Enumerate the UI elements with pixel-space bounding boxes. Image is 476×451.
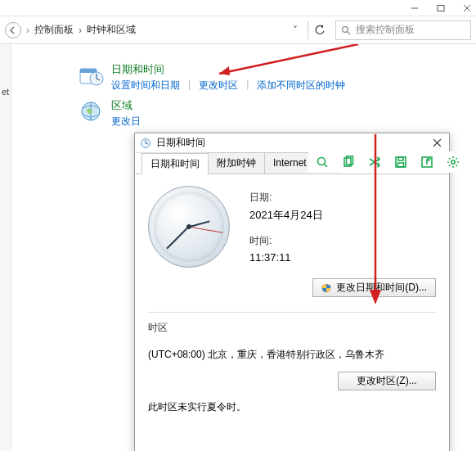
datetime-dialog: 日期和时间 日期和时间 附加时钟 Internet 时间 日期: 2021年4月… — [134, 133, 450, 451]
refresh-icon — [314, 25, 326, 36]
chevron-right-icon: › — [26, 25, 29, 36]
tool-copy-icon[interactable] — [341, 155, 356, 169]
svg-rect-22 — [398, 157, 403, 160]
uac-shield-icon — [321, 283, 331, 293]
tab-additional-clocks[interactable]: 附加时钟 — [208, 152, 265, 174]
breadcrumb-seg-0[interactable]: 控制面板 — [34, 23, 74, 37]
dialog-title: 日期和时间 — [156, 136, 424, 150]
tool-settings-icon[interactable] — [446, 155, 460, 169]
search-placeholder: 搜索控制面板 — [356, 23, 415, 37]
category-region-title[interactable]: 区域 — [111, 98, 141, 113]
dst-note: 此时区未实行夏令时。 — [148, 400, 436, 414]
svg-point-4 — [343, 26, 348, 32]
date-label: 日期: — [249, 191, 323, 205]
change-timezone-button[interactable]: 更改时区(Z)... — [338, 372, 436, 390]
left-rail-text: et — [0, 44, 11, 97]
change-datetime-button-label: 更改日期和时间(D)... — [336, 281, 427, 295]
globe-icon — [79, 98, 105, 124]
analog-clock — [148, 186, 230, 268]
content-area: et 日期和时间 设置时间和日期 | 更改时区 | 添加不同时区的时钟 — [0, 44, 476, 451]
address-bar: › 控制面板 › 时钟和区域 ˅ 搜索控制面板 — [0, 16, 476, 44]
link-set-datetime[interactable]: 设置时间和日期 — [111, 79, 180, 92]
window-maximize-button[interactable] — [435, 2, 447, 14]
svg-point-17 — [318, 158, 326, 165]
breadcrumb[interactable]: 控制面板 › 时钟和区域 — [34, 23, 283, 37]
tool-magnify-icon[interactable] — [315, 155, 330, 169]
search-input[interactable]: 搜索控制面板 — [335, 20, 471, 40]
address-dropdown[interactable]: ˅ — [288, 25, 303, 36]
timezone-value: (UTC+08:00) 北京，重庆，香港特别行政区，乌鲁木齐 — [148, 348, 436, 362]
tool-shuffle-icon[interactable] — [367, 155, 382, 169]
window-titlebar — [0, 0, 476, 16]
back-button[interactable] — [5, 22, 21, 38]
back-arrow-icon — [9, 26, 17, 34]
tool-save-icon[interactable] — [393, 155, 408, 169]
svg-rect-23 — [398, 163, 404, 167]
window-minimize-button[interactable] — [409, 2, 420, 14]
time-label: 时间: — [249, 234, 323, 248]
dialog-close-button[interactable] — [429, 136, 444, 151]
left-rail: et — [0, 44, 11, 451]
tab-datetime[interactable]: 日期和时间 — [141, 153, 209, 174]
dialog-titlebar[interactable]: 日期和时间 — [135, 133, 449, 153]
dialog-body: 日期: 2021年4月24日 时间: 11:37:11 更改日期和时间(D)..… — [135, 174, 449, 451]
category-datetime: 日期和时间 设置时间和日期 | 更改时区 | 添加不同时区的时钟 — [79, 62, 345, 92]
category-region: 区域 更改日 — [79, 98, 141, 129]
breadcrumb-sep: › — [77, 25, 83, 36]
close-icon — [433, 138, 442, 147]
breadcrumb-seg-1[interactable]: 时钟和区域 — [87, 23, 136, 37]
date-value: 2021年4月24日 — [249, 208, 323, 223]
window-close-button[interactable] — [461, 2, 473, 14]
svg-rect-1 — [438, 5, 444, 11]
svg-line-18 — [325, 165, 328, 168]
svg-line-5 — [348, 32, 350, 34]
annotation-toolbar — [308, 151, 467, 173]
change-timezone-button-label: 更改时区(Z)... — [357, 374, 416, 388]
timezone-heading: 时区 — [148, 321, 436, 335]
clock-calendar-icon — [79, 62, 105, 88]
search-icon — [341, 25, 351, 35]
link-region-partial[interactable]: 更改日 — [111, 115, 141, 129]
refresh-button[interactable] — [308, 21, 330, 39]
dialog-title-icon — [140, 138, 151, 149]
time-value: 11:37:11 — [249, 251, 323, 264]
link-change-timezone[interactable]: 更改时区 — [199, 79, 238, 92]
svg-point-25 — [451, 160, 455, 164]
category-datetime-title[interactable]: 日期和时间 — [111, 62, 345, 77]
link-add-tz-clocks[interactable]: 添加不同时区的时钟 — [257, 79, 345, 92]
change-datetime-button[interactable]: 更改日期和时间(D)... — [312, 278, 436, 297]
tool-share-icon[interactable] — [420, 155, 434, 169]
